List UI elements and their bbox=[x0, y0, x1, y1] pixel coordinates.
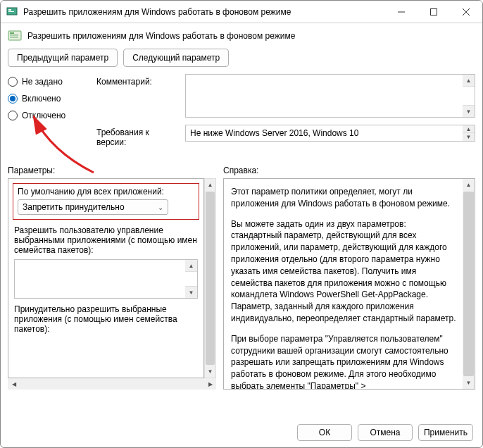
select-value: Запретить принудительно bbox=[23, 202, 125, 212]
default-option-highlight: По умолчанию для всех приложений: Запрет… bbox=[13, 183, 199, 220]
scroll-down-icon[interactable]: ▼ bbox=[185, 286, 197, 298]
scroll-left-icon[interactable]: ◀ bbox=[8, 381, 20, 387]
radio-label: Не задано bbox=[22, 77, 63, 87]
scrollbar-thumb[interactable] bbox=[206, 192, 215, 365]
comment-label: Комментарий: bbox=[96, 77, 181, 127]
svg-rect-2 bbox=[8, 11, 14, 12]
policy-icon bbox=[8, 29, 22, 43]
parameters-scrollbar[interactable]: ▲ ▼ bbox=[204, 178, 216, 378]
svg-rect-8 bbox=[10, 32, 14, 34]
help-paragraph: При выборе параметра "Управляется пользо… bbox=[231, 333, 458, 390]
svg-rect-10 bbox=[10, 37, 18, 38]
requirements-field: Не ниже Windows Server 2016, Windows 10 … bbox=[185, 125, 475, 142]
prev-setting-button[interactable]: Предыдущий параметр bbox=[8, 49, 118, 67]
radio-label: Включено bbox=[22, 94, 61, 104]
force-allow-label: Принудительно разрешить выбранные прилож… bbox=[14, 304, 198, 334]
policy-header: Разрешить приложениям для Windows работа… bbox=[1, 23, 482, 47]
radio-icon bbox=[8, 94, 18, 104]
scrollbar-thumb[interactable] bbox=[463, 192, 474, 376]
user-control-label: Разрешить пользователю управление выбран… bbox=[14, 225, 198, 255]
requirements-value: Не ниже Windows Server 2016, Windows 10 bbox=[190, 128, 358, 138]
radio-label: Отключено bbox=[22, 111, 65, 120]
radio-icon bbox=[8, 111, 18, 120]
default-option-select[interactable]: Запретить принудительно ⌄ bbox=[18, 199, 168, 215]
parameters-h-scrollbar[interactable]: ◀ ▶ bbox=[8, 378, 216, 390]
help-label: Справка: bbox=[223, 166, 258, 175]
help-paragraph: Вы можете задать один из двух параметров… bbox=[231, 218, 458, 325]
scroll-down-icon[interactable]: ▼ bbox=[463, 132, 475, 141]
scroll-down-icon[interactable]: ▼ bbox=[463, 377, 475, 389]
parameters-label: Параметры: bbox=[8, 166, 223, 175]
chevron-down-icon: ⌄ bbox=[158, 204, 163, 211]
requirements-label: Требования к версии: bbox=[96, 127, 181, 147]
next-setting-button[interactable]: Следующий параметр bbox=[123, 49, 229, 67]
scroll-up-icon[interactable]: ▲ bbox=[185, 260, 197, 272]
scroll-up-icon[interactable]: ▲ bbox=[463, 179, 475, 191]
app-icon bbox=[6, 6, 18, 18]
svg-rect-1 bbox=[8, 9, 11, 11]
parameters-panel: По умолчанию для всех приложений: Запрет… bbox=[8, 178, 204, 378]
svg-rect-9 bbox=[10, 35, 18, 36]
radio-not-configured[interactable]: Не задано bbox=[8, 77, 92, 87]
cancel-button[interactable]: Отмена bbox=[358, 424, 413, 441]
svg-rect-4 bbox=[431, 8, 437, 15]
default-option-label: По умолчанию для всех приложений: bbox=[18, 187, 194, 197]
scroll-right-icon[interactable]: ▶ bbox=[204, 381, 216, 387]
user-control-listbox[interactable]: ▲ ▼ bbox=[14, 259, 198, 299]
window-title: Разрешить приложениям для Windows работа… bbox=[23, 7, 385, 17]
minimize-button[interactable] bbox=[385, 1, 418, 23]
scroll-down-icon[interactable]: ▼ bbox=[463, 105, 475, 117]
titlebar: Разрешить приложениям для Windows работа… bbox=[1, 1, 482, 23]
comment-textarea[interactable]: ▲ ▼ bbox=[185, 74, 475, 118]
ok-button[interactable]: ОК bbox=[297, 424, 352, 441]
radio-disabled[interactable]: Отключено bbox=[8, 111, 92, 120]
scroll-down-icon[interactable]: ▼ bbox=[205, 366, 215, 378]
close-button[interactable] bbox=[450, 1, 482, 23]
help-paragraph: Этот параметр политики определяет, могут… bbox=[231, 186, 458, 210]
radio-enabled[interactable]: Включено bbox=[8, 94, 92, 104]
radio-icon bbox=[8, 77, 18, 87]
help-scrollbar[interactable]: ▲ ▼ bbox=[463, 179, 475, 389]
help-panel: Этот параметр политики определяет, могут… bbox=[223, 178, 475, 390]
apply-button[interactable]: Применить bbox=[418, 424, 473, 441]
scroll-up-icon[interactable]: ▲ bbox=[463, 75, 475, 87]
policy-title: Разрешить приложениям для Windows работа… bbox=[27, 31, 295, 41]
maximize-button[interactable] bbox=[418, 1, 450, 23]
scroll-up-icon[interactable]: ▲ bbox=[205, 179, 215, 191]
